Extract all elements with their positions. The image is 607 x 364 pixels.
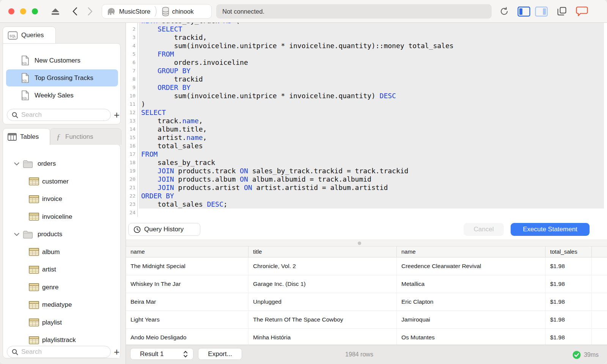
stepper-icon [183,350,188,358]
table-cell[interactable]: Chronicle, Vol. 2 [248,257,397,275]
tree-schema-row[interactable]: products [6,226,118,243]
sql-editor[interactable]: 123456789101112131415161718192021222324 … [126,23,607,240]
code-line[interactable]: orders.invoiceline [139,58,604,67]
table-row[interactable]: Ando Meio DesligadoMinha HistóriaOs Muta… [126,329,607,347]
table-row[interactable]: Whiskey In The JarGarage Inc. (Disc 1)Me… [126,275,607,293]
tree-schema-row[interactable]: orders [6,155,118,173]
code-line[interactable]: sum(invoiceline.unitprice * invoiceline.… [139,42,604,50]
code-line[interactable]: ORDER BY [139,192,604,200]
results-column-header[interactable]: name [126,246,248,257]
table-row[interactable]: Light YearsThe Return Of The Space Cowbo… [126,311,607,329]
query-item[interactable]: SQLWeekly Sales [6,87,118,104]
tree-table-row[interactable]: artist [6,261,118,278]
table-cell[interactable]: Garage Inc. (Disc 1) [248,275,397,293]
table-cell[interactable]: $1.98 [546,275,592,293]
chevron-down-icon[interactable] [14,162,19,166]
table-cell[interactable]: Beira Mar [126,293,248,311]
close-button[interactable] [8,8,14,14]
toggle-right-sidebar-button[interactable] [534,0,549,23]
code-line[interactable]: JOIN products.artist ON artist.artistid … [139,184,604,192]
table-cell[interactable]: $1.98 [546,293,592,311]
table-cell[interactable]: Metallica [397,275,546,293]
code-line[interactable]: ORDER BY [139,83,604,92]
query-item[interactable]: SQLNew Customers [6,52,118,69]
table-cell[interactable]: Unplugged [248,293,397,311]
code-line[interactable]: total_sales [139,142,604,150]
query-item[interactable]: SQLTop Grossing Tracks [6,69,118,86]
table-cell[interactable]: Os Mutantes [397,329,546,347]
table-cell[interactable]: Eric Clapton [397,293,546,311]
results-column-header[interactable]: total_sales [546,246,592,257]
code-line[interactable]: GROUP BY [139,67,604,75]
code-line[interactable] [139,209,604,217]
chevron-down-icon[interactable] [14,233,19,236]
editor-results-splitter[interactable] [126,240,607,246]
table-cell[interactable]: The Return Of The Space Cowboy [248,311,397,329]
table-row[interactable]: The Midnight SpecialChronicle, Vol. 2Cre… [126,257,607,275]
tab-functions[interactable]: ƒ Functions [50,128,121,145]
back-button[interactable] [70,0,80,23]
table-cell[interactable]: Whiskey In The Jar [126,275,248,293]
queries-search-input[interactable] [21,111,97,119]
code-line[interactable]: trackid, [139,33,604,42]
toggle-left-sidebar-button[interactable] [517,0,531,23]
tree-table-row[interactable]: invoiceline [6,208,118,226]
window-copy-button[interactable] [555,0,569,23]
tree-table-row[interactable]: genre [6,279,118,296]
add-query-button[interactable]: + [114,111,120,119]
tree-table-row[interactable]: customer [6,173,118,190]
breadcrumb-server[interactable]: MusicStore [102,5,154,18]
queries-search-field[interactable] [7,109,111,121]
code-line[interactable]: JOIN products.track ON sales_by_track.tr… [139,167,604,175]
tree-table-row[interactable]: album [6,243,118,261]
eject-button[interactable] [50,0,61,23]
tree-table-row[interactable]: playlist [6,314,118,331]
table-cell[interactable]: Jamiroquai [397,311,546,329]
code-line[interactable]: sales_by_track [139,158,604,167]
line-number: 22 [126,192,135,200]
refresh-button[interactable] [499,0,510,23]
tab-tables[interactable]: Tables [3,128,50,145]
table-cell[interactable]: Light Years [126,311,248,329]
code-line[interactable]: album.title, [139,125,604,133]
query-history-button[interactable]: Query History [128,223,200,236]
code-line[interactable]: JOIN products.album ON album.albumid = t… [139,175,604,184]
code-line[interactable]: track.name, [139,117,604,125]
code-line[interactable]: SELECT [139,108,604,117]
table-cell[interactable]: $1.98 [546,311,592,329]
results-column-header[interactable]: name [397,246,546,257]
table-cell[interactable]: $1.98 [546,257,592,275]
table-cell[interactable]: Creedence Clearwater Revival [397,257,546,275]
table-row[interactable]: Beira MarUnpluggedEric Clapton$1.98 [126,293,607,311]
feedback-button[interactable] [574,0,590,23]
code-line[interactable]: FROM [139,150,604,158]
code-line[interactable]: total_sales DESC; [139,200,604,209]
table-cell[interactable]: Ando Meio Desligado [126,329,248,347]
minimize-button[interactable] [20,8,26,14]
splitter-handle[interactable] [358,242,361,245]
forward-button[interactable] [85,0,95,23]
code-line[interactable]: FROM [139,50,604,58]
table-cell[interactable]: $1.98 [546,329,592,347]
tables-search-input[interactable] [21,348,97,356]
code-line[interactable]: ) [139,100,604,108]
code-line[interactable]: SELECT [139,25,604,33]
results-column-header[interactable]: title [248,246,397,257]
table-cell[interactable]: Minha História [248,329,397,347]
code-line[interactable]: trackid [139,75,604,83]
zoom-button[interactable] [32,8,38,14]
table-cell[interactable]: The Midnight Special [126,257,248,275]
code-line[interactable]: sum(invoiceline.unitprice * invoiceline.… [139,92,604,100]
add-table-button[interactable]: + [114,348,120,356]
export-button[interactable]: Export... [198,348,242,360]
code-line[interactable]: artist.name, [139,133,604,142]
execute-statement-button[interactable]: Execute Statement [511,223,590,236]
postgres-elephant-icon [106,7,116,16]
cancel-button[interactable]: Cancel [464,223,504,236]
breadcrumb-database[interactable]: chinook [158,5,198,18]
tree-table-row[interactable]: invoice [6,190,118,208]
result-selector[interactable]: Result 1 [130,348,193,360]
tree-table-row[interactable]: mediatype [6,296,118,314]
tables-search-field[interactable] [7,346,111,358]
tab-queries[interactable]: SQL Queries [3,27,56,44]
